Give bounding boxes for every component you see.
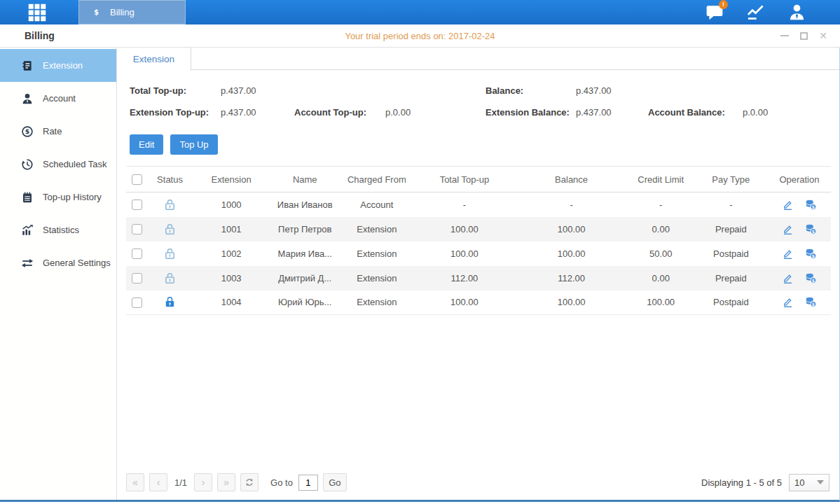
cell-total-topup: 112.00 <box>413 266 515 290</box>
next-page-button[interactable]: › <box>194 473 212 491</box>
sidebar-item-rate[interactable]: Rate <box>0 115 116 148</box>
prev-page-button[interactable]: ‹ <box>149 473 167 491</box>
sidebar-item-scheduled-task[interactable]: Scheduled Task <box>0 148 116 181</box>
window-title-group: Billing <box>0 29 55 42</box>
cell-pay-type: Prepaid <box>694 266 768 290</box>
cell-name: Мария Ива... <box>270 241 340 266</box>
refresh-button[interactable] <box>240 473 259 491</box>
page-size-select[interactable]: 10 <box>789 474 829 491</box>
col-total-topup: Total Top-up <box>413 167 515 192</box>
edit-button[interactable]: Edit <box>130 134 163 155</box>
cell-total-topup: 100.00 <box>413 217 515 241</box>
minimize-button[interactable] <box>780 35 789 36</box>
last-page-button[interactable]: » <box>217 473 235 491</box>
cell-extension: 1000 <box>193 192 270 217</box>
extension-balance-label: Extension Balance: <box>486 107 570 118</box>
edit-row-icon[interactable] <box>782 272 794 284</box>
row-checkbox[interactable] <box>132 200 142 210</box>
cell-charged-from: Extension <box>340 241 413 266</box>
col-name: Name <box>270 167 340 192</box>
topup-row-icon[interactable] <box>805 272 817 284</box>
total-topup-label: Total Top-up: <box>130 85 186 96</box>
page-size-value: 10 <box>794 477 804 488</box>
account-balance-label: Account Balance: <box>648 107 725 118</box>
row-checkbox[interactable] <box>132 224 142 234</box>
toolbar: Edit Top Up <box>130 134 839 155</box>
app-launcher-button[interactable] <box>27 2 48 23</box>
notifications-button[interactable]: ! <box>705 3 724 22</box>
locked-status-icon <box>163 296 177 307</box>
sidebar-item-label: Rate <box>43 126 62 136</box>
top-up-button[interactable]: Top Up <box>170 134 217 155</box>
col-extension: Extension <box>193 167 270 192</box>
first-page-button[interactable]: « <box>126 473 144 491</box>
extension-balance-value: p.437.00 <box>576 107 612 118</box>
table-row: 1004 Юрий Юрь... Extension 100.00 100.00… <box>126 290 831 315</box>
sidebar-item-general-settings[interactable]: General Settings <box>0 246 116 279</box>
sidebar-item-label: Scheduled Task <box>43 159 107 169</box>
cell-extension: 1003 <box>193 266 270 290</box>
cell-name: Петр Петров <box>270 217 340 241</box>
row-checkbox[interactable] <box>132 273 142 284</box>
cell-charged-from: Extension <box>340 290 413 315</box>
tab-extension[interactable]: Extension <box>117 48 191 71</box>
cell-charged-from: Account <box>340 192 413 217</box>
sidebar-item-extension[interactable]: Extension <box>0 49 116 82</box>
cell-pay-type: - <box>694 192 768 217</box>
topup-row-icon[interactable] <box>805 296 817 308</box>
refresh-icon <box>245 477 254 487</box>
taskbar: Billing ! <box>0 0 840 24</box>
sidebar-item-topup-history[interactable]: Top-up History <box>0 181 116 214</box>
edit-row-icon[interactable] <box>782 223 794 235</box>
notepad-icon <box>21 191 34 204</box>
edit-row-icon[interactable] <box>782 199 794 211</box>
monitor-button[interactable] <box>746 3 765 22</box>
trial-notice: Your trial period ends on: 2017-02-24 <box>0 31 840 41</box>
taskbar-right-icons: ! <box>705 3 806 22</box>
goto-page-input[interactable] <box>298 475 318 491</box>
unlocked-status-icon <box>163 199 177 209</box>
balance-label: Balance: <box>486 85 523 96</box>
goto-label: Go to <box>270 477 293 488</box>
user-menu-button[interactable] <box>787 3 806 22</box>
account-balance-value: p.0.00 <box>743 107 768 118</box>
cell-total-topup: 100.00 <box>413 241 515 266</box>
select-all-checkbox[interactable] <box>132 174 142 185</box>
account-topup-label: Account Top-up: <box>294 107 366 118</box>
main-content: Extension Total Top-up: p.437.00 Balance… <box>117 48 839 500</box>
sidebar-item-statistics[interactable]: Statistics <box>0 214 116 246</box>
cell-name: Иван Иванов <box>270 192 340 217</box>
close-button[interactable]: ✕ <box>819 31 827 41</box>
topup-row-icon[interactable] <box>805 248 817 260</box>
cell-pay-type: Postpaid <box>694 290 768 315</box>
topup-row-icon[interactable] <box>805 199 817 211</box>
unlocked-status-icon <box>163 272 177 282</box>
cell-pay-type: Postpaid <box>694 241 768 266</box>
maximize-button[interactable] <box>800 32 808 40</box>
table-row: 1003 Дмитрий Д... Extension 112.00 112.0… <box>126 266 831 290</box>
row-checkbox[interactable] <box>132 248 142 259</box>
balance-value: p.437.00 <box>576 85 612 96</box>
col-credit-limit: Credit Limit <box>628 167 694 192</box>
sidebar-item-label: Account <box>43 93 76 104</box>
edit-row-icon[interactable] <box>782 296 794 308</box>
cell-name: Юрий Юрь... <box>270 290 340 315</box>
unlocked-status-icon <box>163 223 177 233</box>
cell-charged-from: Extension <box>340 217 413 241</box>
app-grid-icon <box>27 3 47 22</box>
go-button[interactable]: Go <box>323 473 347 491</box>
cell-balance: 100.00 <box>516 241 628 266</box>
row-checkbox[interactable] <box>132 298 142 308</box>
ledger-icon <box>21 59 34 72</box>
cell-total-topup: 100.00 <box>413 290 515 315</box>
edit-row-icon[interactable] <box>782 248 794 260</box>
cell-total-topup: - <box>413 192 515 217</box>
dollar-circle-icon <box>21 125 34 138</box>
taskbar-tab-billing[interactable]: Billing <box>78 0 186 24</box>
pagination-right: Displaying 1 - 5 of 5 10 <box>701 474 829 491</box>
col-balance: Balance <box>516 167 628 192</box>
topup-row-icon[interactable] <box>805 223 817 235</box>
cell-balance: 112.00 <box>516 266 628 290</box>
clock-history-icon <box>21 158 34 171</box>
sidebar-item-account[interactable]: Account <box>0 82 116 115</box>
